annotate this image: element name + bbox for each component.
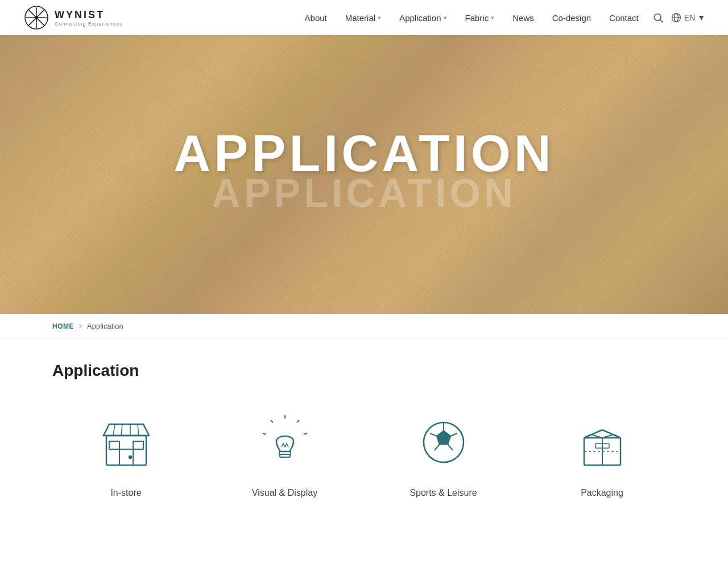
nav-item-material[interactable]: Material ▾ — [345, 13, 381, 23]
brand-name: WYNIST — [55, 9, 123, 21]
chevron-down-icon: ▾ — [491, 14, 494, 22]
hero-title-shadow: APPLICATION — [173, 173, 554, 213]
nav-item-codesign[interactable]: Co-design — [552, 13, 591, 23]
app-item-sports-leisure[interactable]: Sports & Leisure — [370, 408, 517, 498]
svg-line-19 — [138, 424, 139, 436]
app-item-packaging[interactable]: Packaging — [528, 408, 676, 498]
app-label-visual-display: Visual & Display — [252, 488, 317, 498]
svg-line-17 — [121, 424, 122, 436]
nav-item-news[interactable]: News — [512, 13, 534, 23]
breadcrumb: HOME > Application — [52, 322, 676, 330]
chevron-down-icon: ▾ — [444, 14, 447, 22]
app-label-sports-leisure: Sports & Leisure — [410, 488, 477, 498]
svg-rect-14 — [109, 441, 119, 449]
breadcrumb-separator: > — [78, 322, 82, 330]
nav-item-contact[interactable]: Contact — [609, 13, 639, 23]
app-item-instore[interactable]: In-store — [52, 408, 200, 498]
chevron-down-icon: ▾ — [378, 14, 381, 22]
store-icon — [98, 414, 155, 471]
globe-icon — [671, 12, 682, 23]
app-icon-packaging — [568, 408, 636, 476]
application-grid: In-store — [52, 408, 676, 498]
svg-rect-11 — [106, 436, 146, 465]
app-icon-sports-leisure — [410, 408, 478, 476]
main-content: Application — [0, 339, 728, 544]
nav-item-application[interactable]: Application ▾ — [399, 13, 446, 23]
hero-section: APPLICATION APPLICATION — [0, 35, 728, 314]
svg-point-6 — [654, 14, 661, 20]
breadcrumb-bar: HOME > Application — [0, 314, 728, 339]
app-item-visual-display[interactable]: Visual & Display — [211, 408, 358, 498]
svg-line-22 — [304, 433, 307, 434]
app-icon-instore — [92, 408, 160, 476]
logo-link[interactable]: WYNIST Connecting Experiences — [23, 4, 123, 31]
nav-links: About Material ▾ Application ▾ Fabric ▾ … — [305, 13, 639, 23]
soccer-icon — [415, 414, 472, 471]
svg-line-7 — [660, 20, 663, 23]
navbar: WYNIST Connecting Experiences About Mate… — [0, 0, 728, 35]
app-label-instore: In-store — [110, 488, 141, 498]
logo-icon — [23, 4, 50, 31]
nav-icons: EN ▼ — [652, 12, 705, 23]
breadcrumb-current: Application — [87, 322, 123, 330]
nav-item-about[interactable]: About — [305, 13, 327, 23]
app-icon-visual-display — [251, 408, 319, 476]
svg-point-13 — [129, 456, 131, 458]
app-label-packaging: Packaging — [581, 488, 623, 498]
lang-label: EN ▼ — [684, 13, 705, 22]
svg-rect-26 — [280, 454, 290, 457]
lightbulb-icon — [257, 414, 313, 471]
language-selector[interactable]: EN ▼ — [671, 12, 705, 23]
hero-title-wrap: APPLICATION APPLICATION — [173, 128, 554, 213]
nav-item-fabric[interactable]: Fabric ▾ — [465, 13, 495, 23]
svg-line-23 — [271, 420, 273, 422]
svg-line-24 — [263, 433, 266, 434]
svg-line-21 — [297, 420, 299, 422]
svg-line-16 — [113, 424, 115, 436]
svg-rect-15 — [133, 441, 143, 449]
svg-point-5 — [35, 16, 38, 19]
page-title: Application — [52, 362, 676, 380]
breadcrumb-home[interactable]: HOME — [52, 322, 74, 330]
logo-text: WYNIST Connecting Experiences — [55, 9, 123, 27]
brand-tagline: Connecting Experiences — [55, 21, 123, 27]
search-icon — [652, 12, 664, 23]
search-button[interactable] — [652, 12, 664, 23]
box-icon — [574, 414, 631, 471]
